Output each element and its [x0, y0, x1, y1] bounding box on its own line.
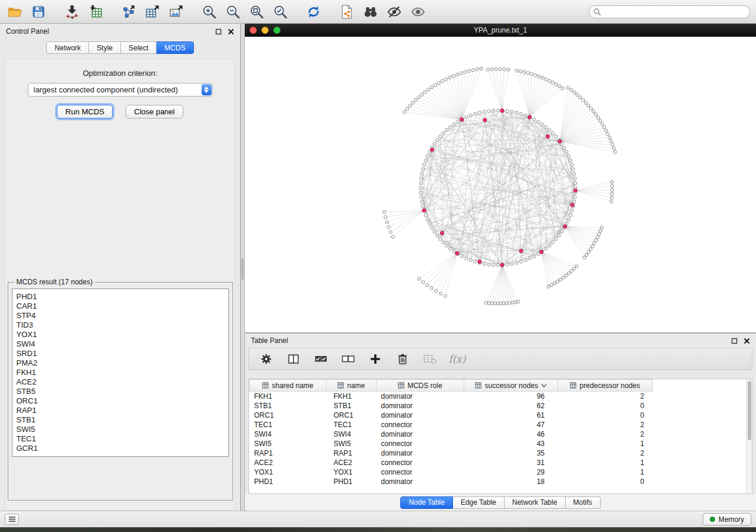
- table-cell[interactable]: TEC1: [327, 420, 377, 430]
- close-panel-button[interactable]: Close panel: [126, 105, 183, 118]
- float-table-panel-icon[interactable]: [731, 338, 738, 344]
- result-item[interactable]: ORC1: [17, 396, 224, 406]
- memory-button[interactable]: Memory: [703, 513, 751, 525]
- status-menu-button[interactable]: [5, 514, 19, 525]
- show-toggle-button[interactable]: [409, 3, 427, 21]
- table-row[interactable]: SWI4SWI4dominator462: [250, 430, 747, 439]
- save-session-button[interactable]: [30, 3, 47, 21]
- result-item[interactable]: TEC1: [17, 434, 224, 444]
- show-column-button[interactable]: [286, 351, 301, 367]
- tab-node-table[interactable]: Node Table: [400, 496, 453, 509]
- table-row[interactable]: FKH1FKH1dominator962: [250, 392, 747, 401]
- tab-select[interactable]: Select: [121, 41, 157, 54]
- column-header-successor-nodes[interactable]: successor nodes: [464, 380, 558, 392]
- float-panel-icon[interactable]: [215, 28, 222, 35]
- network-canvas[interactable]: [245, 37, 756, 332]
- table-row[interactable]: ACE2ACE2connector311: [250, 458, 747, 467]
- table-cell[interactable]: connector: [377, 467, 464, 477]
- delete-table-button[interactable]: [422, 351, 438, 367]
- table-cell[interactable]: ORC1: [250, 411, 327, 420]
- table-cell[interactable]: RAP1: [250, 448, 327, 458]
- export-table-button[interactable]: [143, 3, 161, 21]
- table-cell[interactable]: STB1: [327, 401, 377, 411]
- export-network-button[interactable]: [120, 3, 138, 21]
- tab-mcds[interactable]: MCDS: [157, 41, 193, 54]
- table-cell[interactable]: 29: [464, 467, 558, 477]
- result-item[interactable]: PHD1: [17, 292, 224, 302]
- table-cell[interactable]: RAP1: [327, 448, 377, 458]
- run-mcds-button[interactable]: Run MCDS: [57, 105, 113, 118]
- table-cell[interactable]: PHD1: [250, 477, 327, 486]
- tab-style[interactable]: Style: [89, 41, 121, 54]
- tab-motifs[interactable]: Motifs: [566, 496, 601, 509]
- table-cell[interactable]: 47: [464, 420, 558, 430]
- result-item[interactable]: CAR1: [17, 302, 224, 311]
- table-cell[interactable]: dominator: [377, 430, 464, 439]
- column-header-shared-name[interactable]: shared name: [250, 380, 327, 392]
- table-cell[interactable]: FKH1: [327, 392, 377, 401]
- table-cell[interactable]: 0: [558, 477, 653, 486]
- table-cell[interactable]: connector: [377, 458, 464, 467]
- table-cell[interactable]: 2: [558, 392, 653, 401]
- table-cell[interactable]: 96: [464, 392, 558, 401]
- splitter-handle[interactable]: [241, 258, 244, 280]
- result-item[interactable]: TID3: [17, 321, 224, 330]
- column-header-name[interactable]: name: [327, 380, 377, 392]
- table-settings-button[interactable]: [259, 351, 274, 367]
- table-cell[interactable]: TEC1: [250, 420, 327, 430]
- table-cell[interactable]: connector: [377, 420, 464, 430]
- table-cell[interactable]: dominator: [377, 411, 464, 420]
- table-row[interactable]: ORC1ORC1dominator610: [250, 411, 747, 420]
- column-header-predecessor-nodes[interactable]: predecessor nodes: [558, 380, 653, 392]
- table-row[interactable]: STB1STB1dominator620: [250, 401, 747, 411]
- table-cell[interactable]: 2: [558, 420, 653, 430]
- minimize-window-button[interactable]: [261, 27, 269, 34]
- table-cell[interactable]: dominator: [377, 401, 464, 411]
- open-session-button[interactable]: [6, 3, 24, 21]
- result-item[interactable]: STB5: [17, 387, 224, 396]
- import-table-button[interactable]: [87, 3, 104, 21]
- zoom-in-button[interactable]: [200, 3, 218, 21]
- optimization-criterion-select[interactable]: largest connected component (undirected): [28, 83, 213, 97]
- table-row[interactable]: YOX1YOX1connector291: [250, 467, 747, 477]
- table-cell[interactable]: STB1: [250, 401, 327, 411]
- table-cell[interactable]: PHD1: [327, 477, 377, 486]
- table-cell[interactable]: ACE2: [250, 458, 327, 467]
- table-cell[interactable]: 61: [464, 411, 558, 420]
- function-builder-button[interactable]: f(x): [449, 351, 465, 367]
- zoom-selected-button[interactable]: [272, 3, 289, 21]
- result-item[interactable]: GCR1: [17, 444, 224, 453]
- table-cell[interactable]: 2: [558, 448, 653, 458]
- table-cell[interactable]: 1: [558, 439, 653, 448]
- table-cell[interactable]: SWI5: [327, 439, 377, 448]
- zoom-out-button[interactable]: [224, 3, 242, 21]
- table-cell[interactable]: 18: [464, 477, 558, 486]
- table-cell[interactable]: 43: [464, 439, 558, 448]
- table-scrollbar[interactable]: [746, 379, 752, 493]
- table-cell[interactable]: FKH1: [250, 392, 327, 401]
- table-cell[interactable]: SWI4: [250, 430, 327, 439]
- search-network-button[interactable]: [362, 3, 379, 21]
- maximize-window-button[interactable]: [273, 27, 280, 34]
- close-table-panel-icon[interactable]: [744, 338, 750, 344]
- table-cell[interactable]: 31: [464, 458, 558, 467]
- delete-column-button[interactable]: [395, 351, 410, 367]
- table-row[interactable]: RAP1RAP1dominator352: [250, 448, 747, 458]
- table-row[interactable]: PHD1PHD1dominator180: [250, 477, 747, 486]
- select-all-button[interactable]: [313, 351, 328, 367]
- result-item[interactable]: RAP1: [17, 406, 224, 415]
- close-panel-icon[interactable]: [228, 28, 234, 35]
- result-item[interactable]: SRD1: [17, 349, 224, 358]
- tab-edge-table[interactable]: Edge Table: [453, 496, 505, 509]
- result-item[interactable]: SWI4: [17, 339, 224, 349]
- deselect-all-button[interactable]: [340, 351, 356, 367]
- table-cell[interactable]: 62: [464, 401, 558, 411]
- table-row[interactable]: TEC1TEC1connector472: [250, 420, 747, 430]
- table-cell[interactable]: 1: [558, 458, 653, 467]
- export-image-button[interactable]: [167, 3, 185, 21]
- table-cell[interactable]: 1: [558, 467, 653, 477]
- table-cell[interactable]: ORC1: [327, 411, 377, 420]
- table-cell[interactable]: SWI5: [250, 439, 327, 448]
- result-item[interactable]: SWI5: [17, 425, 224, 434]
- share-document-button[interactable]: [338, 3, 356, 21]
